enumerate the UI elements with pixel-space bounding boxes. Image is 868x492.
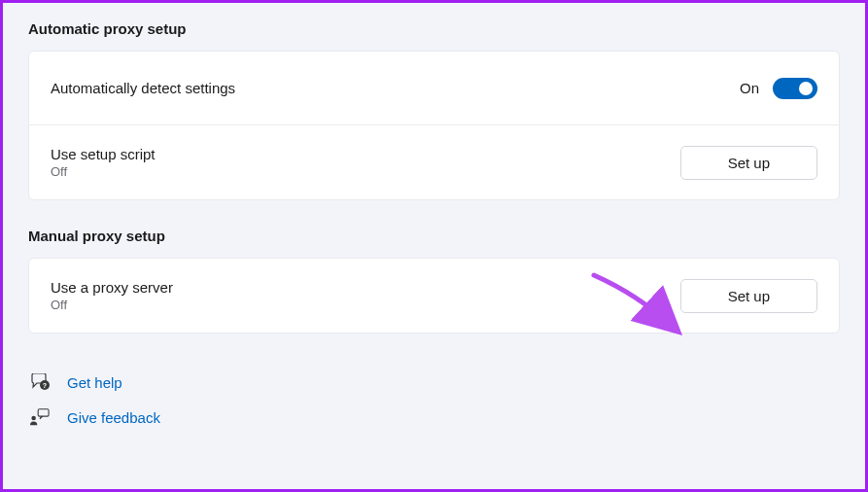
section-heading-automatic: Automatic proxy setup [28, 20, 840, 37]
get-help-label: Get help [67, 374, 122, 391]
proxy-server-setup-button[interactable]: Set up [680, 279, 817, 313]
proxy-server-title: Use a proxy server [51, 279, 173, 296]
row-setup-script: Use setup script Off Set up [29, 125, 839, 199]
feedback-icon [30, 407, 50, 427]
svg-rect-2 [38, 409, 49, 416]
setup-script-button[interactable]: Set up [680, 146, 817, 180]
svg-text:?: ? [43, 382, 47, 389]
setup-script-title: Use setup script [51, 146, 156, 162]
give-feedback-link[interactable]: Give feedback [30, 407, 840, 427]
auto-detect-toggle[interactable] [773, 78, 817, 99]
help-icon: ? [30, 372, 50, 392]
row-proxy-server: Use a proxy server Off Set up [29, 259, 839, 333]
toggle-knob-icon [799, 82, 813, 95]
auto-detect-state-label: On [740, 80, 759, 96]
svg-point-3 [31, 416, 36, 421]
give-feedback-label: Give feedback [67, 409, 160, 426]
section-heading-manual: Manual proxy setup [28, 228, 840, 244]
footer-links: ? Get help Give feedback [28, 372, 840, 427]
automatic-proxy-group: Automatically detect settings On Use set… [28, 51, 840, 200]
get-help-link[interactable]: ? Get help [30, 372, 840, 392]
row-auto-detect: Automatically detect settings On [29, 52, 839, 125]
manual-proxy-group: Use a proxy server Off Set up [28, 258, 840, 334]
proxy-server-sub: Off [51, 298, 173, 312]
auto-detect-title: Automatically detect settings [51, 80, 235, 96]
setup-script-sub: Off [51, 164, 156, 179]
